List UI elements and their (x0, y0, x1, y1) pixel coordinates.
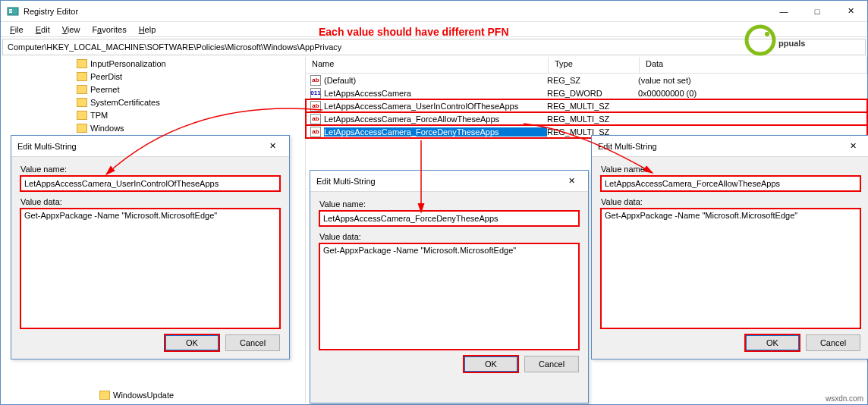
tree-item[interactable]: Peernet (1, 83, 305, 96)
dialog-titlebar: Edit Multi-String ✕ (11, 136, 289, 157)
value-data-label: Value data: (601, 197, 860, 206)
dword-icon: 011 (310, 88, 321, 99)
menu-view[interactable]: View (56, 24, 86, 36)
menu-help[interactable]: Help (133, 24, 162, 36)
list-row[interactable]: ab (Default) REG_SZ (value not set) (306, 74, 867, 86)
close-button[interactable]: ✕ (834, 1, 867, 22)
regedit-icon (7, 5, 19, 17)
dialog-titlebar: Edit Multi-String ✕ (592, 136, 868, 157)
svg-rect-2 (9, 11, 12, 13)
window-title: Registry Editor (24, 7, 767, 16)
value-data-label: Value data: (319, 232, 579, 241)
value-name-label: Value name: (601, 165, 860, 174)
tree-item[interactable]: SystemCertificates (1, 96, 305, 108)
header-data[interactable]: Data (640, 57, 867, 73)
menu-file[interactable]: File (4, 24, 30, 36)
annotation-text: Each value should have different PFN (319, 26, 509, 38)
list-row[interactable]: ab LetAppsAccessCamera_UserInControlOfTh… (306, 99, 867, 112)
edit-multistring-dialog-2: Edit Multi-String ✕ Value name: Value da… (310, 170, 589, 403)
folder-icon (77, 72, 87, 81)
folder-icon (77, 85, 87, 94)
header-type[interactable]: Type (549, 57, 640, 73)
close-icon[interactable]: ✕ (262, 141, 283, 151)
titlebar: Registry Editor — □ ✕ (1, 1, 867, 22)
list-row[interactable]: ab LetAppsAccessCamera_ForceAllowTheseAp… (306, 112, 867, 125)
source-url: wsxdn.com (826, 394, 863, 403)
value-data-textarea[interactable]: Get-AppxPackage -Name "Microsoft.Microso… (601, 209, 860, 328)
edit-multistring-dialog-1: Edit Multi-String ✕ Value name: Value da… (11, 135, 290, 359)
minimize-button[interactable]: — (767, 1, 800, 22)
tree-item[interactable]: TPM (1, 108, 305, 121)
value-name-field[interactable] (319, 211, 579, 226)
ok-button[interactable]: OK (745, 334, 800, 351)
dialog-title: Edit Multi-String (316, 177, 561, 186)
cancel-button[interactable]: Cancel (225, 334, 280, 351)
folder-icon (77, 59, 87, 68)
string-icon: ab (310, 101, 321, 111)
value-name-field[interactable] (601, 176, 860, 191)
close-icon[interactable]: ✕ (842, 141, 863, 151)
value-name-field[interactable] (20, 176, 280, 191)
list-header: Name Type Data (306, 57, 867, 74)
header-name[interactable]: Name (306, 57, 549, 73)
cancel-button[interactable]: Cancel (806, 334, 860, 351)
tree-item[interactable]: WindowsUpdate (1, 388, 174, 401)
dialog-title: Edit Multi-String (17, 142, 262, 151)
dialog-title: Edit Multi-String (598, 142, 842, 151)
value-data-textarea[interactable]: Get-AppxPackage -Name "Microsoft.Microso… (20, 209, 280, 328)
value-data-label: Value data: (20, 197, 280, 206)
ok-button[interactable]: OK (165, 334, 219, 351)
address-bar[interactable]: Computer\HKEY_LOCAL_MACHINE\SOFTWARE\Pol… (2, 39, 866, 55)
maximize-button[interactable]: □ (800, 1, 834, 22)
value-name-label: Value name: (319, 199, 579, 209)
cancel-button[interactable]: Cancel (524, 356, 579, 372)
tree-item[interactable]: InputPersonalization (1, 57, 305, 70)
menu-edit[interactable]: Edit (30, 24, 56, 36)
string-icon: ab (310, 75, 321, 86)
close-icon[interactable]: ✕ (561, 176, 582, 186)
ok-button[interactable]: OK (464, 356, 518, 372)
tree-item[interactable]: PeerDist (1, 70, 305, 83)
string-icon: ab (310, 114, 321, 124)
value-data-textarea[interactable]: Get-AppxPackage -Name "Microsoft.Microso… (319, 243, 579, 350)
list-row[interactable]: 011 LetAppsAccessCamera REG_DWORD 0x0000… (306, 86, 867, 99)
tree-item[interactable]: Windows (1, 121, 305, 134)
string-icon: ab (310, 127, 321, 137)
edit-multistring-dialog-3: Edit Multi-String ✕ Value name: Value da… (591, 135, 868, 359)
folder-icon (77, 98, 87, 107)
dialog-titlebar: Edit Multi-String ✕ (310, 171, 588, 192)
address-text: Computer\HKEY_LOCAL_MACHINE\SOFTWARE\Pol… (8, 42, 341, 52)
menu-favorites[interactable]: Favorites (86, 24, 132, 36)
value-name-label: Value name: (20, 165, 280, 174)
svg-rect-1 (9, 9, 12, 11)
folder-icon (99, 391, 110, 400)
folder-icon (77, 111, 87, 120)
folder-icon (77, 124, 87, 133)
